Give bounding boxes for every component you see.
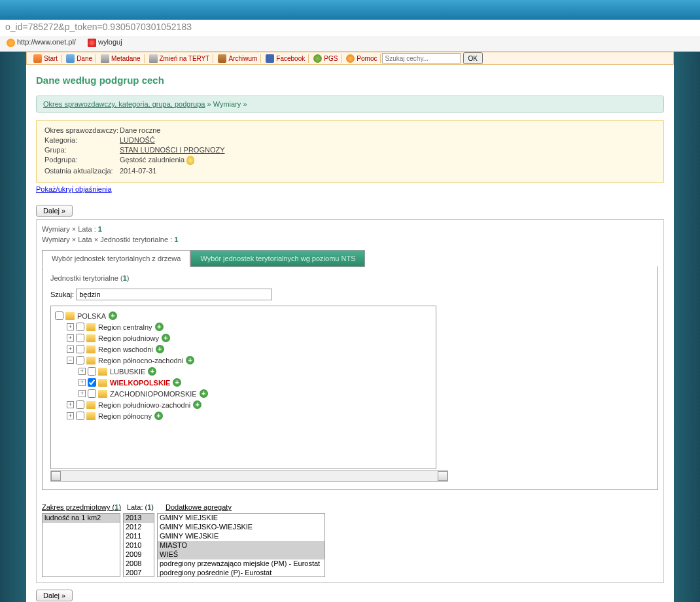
next-button-top[interactable]: Dalej » [36, 205, 73, 217]
list-item[interactable]: 2010 [124, 541, 154, 550]
tab-nts[interactable]: Wybór jednostek terytorialnych wg poziom… [190, 250, 365, 267]
add-icon[interactable]: + [156, 345, 164, 353]
toolbar-label: Metadane [111, 55, 140, 62]
info-cat-link[interactable]: LUDNOŚĆ [120, 136, 155, 144]
folder-icon [86, 401, 96, 409]
scope-listbox[interactable]: ludność na 1 km2 [42, 513, 120, 577]
expand-icon[interactable]: + [67, 345, 74, 353]
dim-line-1: Wymiary × Lata : 1 [42, 225, 658, 233]
tree-node-region[interactable]: Region wschodni [98, 345, 153, 353]
tab-tree[interactable]: Wybór jednostek terytorialnych z drzewa [42, 250, 190, 267]
tree-checkbox[interactable] [76, 323, 84, 331]
list-item[interactable]: 2009 [124, 550, 154, 559]
list-item[interactable]: GMINY MIEJSKO-WIEJSKIE [158, 523, 324, 532]
toolbar-teryt[interactable]: Zmień na TERYT [146, 54, 214, 63]
add-icon[interactable]: + [155, 323, 164, 331]
tree-node-region[interactable]: Region centralny [98, 323, 152, 331]
info-grp-label: Grupa: [44, 146, 120, 154]
add-icon[interactable]: + [186, 356, 194, 364]
add-icon[interactable]: + [162, 334, 170, 342]
years-listbox[interactable]: 20132012201120102009200820072006 [123, 513, 154, 577]
tree-checkbox[interactable] [88, 389, 96, 398]
home-icon [33, 54, 42, 63]
tree-checkbox[interactable] [88, 367, 96, 376]
list-item[interactable]: 2008 [124, 559, 154, 569]
search-input[interactable] [382, 53, 461, 63]
expand-icon[interactable]: + [67, 323, 74, 330]
collapse-icon[interactable]: − [67, 357, 74, 364]
aggregates-label[interactable]: Dodatkowe agregaty [166, 503, 232, 511]
tree-checkbox[interactable] [55, 311, 63, 320]
toolbar-facebook[interactable]: Facebook [262, 54, 309, 63]
list-item[interactable]: 2007 [124, 569, 154, 577]
breadcrumb-sep: » [205, 100, 213, 108]
tree-checkbox[interactable] [76, 345, 84, 353]
info-sub-label: Podgrupa: [44, 156, 120, 165]
expand-icon[interactable]: + [79, 368, 86, 375]
toolbar-label: Archiwum [228, 55, 257, 62]
tree-search-input[interactable] [76, 289, 272, 300]
toolbar-start[interactable]: Start [30, 54, 61, 63]
tree-node-voivodeship[interactable]: ZACHODNIOPOMORSKIE [110, 390, 197, 398]
tree-checkbox[interactable] [76, 334, 84, 342]
search-button[interactable]: OK [463, 52, 483, 64]
tree-checkbox[interactable] [76, 356, 84, 364]
add-icon[interactable]: + [109, 311, 117, 320]
bookmark-onet[interactable]: http://www.onet.pl/ [7, 38, 76, 47]
scope-label[interactable]: Zakres przedmiotowy (1) [42, 503, 124, 511]
toolbar-help[interactable]: Pomoc [343, 54, 381, 63]
toolbar-dane[interactable]: Dane [63, 54, 96, 63]
onet-icon [7, 39, 15, 47]
tree-checkbox[interactable] [76, 400, 84, 409]
add-icon[interactable]: + [173, 378, 181, 387]
info-grp-link[interactable]: STAN LUDNOŚCI I PROGNOZY [120, 146, 225, 154]
tree-node-polska[interactable]: POLSKA [77, 312, 106, 320]
tree-checkbox[interactable] [76, 412, 84, 420]
tree-node-region[interactable]: Region południowy [98, 334, 159, 342]
horizontal-scrollbar[interactable] [50, 470, 448, 482]
add-icon[interactable]: + [148, 367, 156, 376]
bookmarks-bar: http://www.onet.pl/ wyloguj [0, 36, 700, 52]
toolbar-archive[interactable]: Archiwum [215, 54, 261, 63]
add-icon[interactable]: + [193, 400, 201, 409]
expand-icon[interactable]: + [79, 379, 86, 386]
add-icon[interactable]: + [154, 412, 163, 420]
tree-container[interactable]: POLSKA+ +Region centralny+ +Region połud… [50, 306, 436, 469]
list-item[interactable]: WIEŚ [158, 550, 324, 559]
help-icon [346, 54, 355, 63]
list-item[interactable]: 2012 [124, 523, 154, 532]
expand-icon[interactable]: + [67, 412, 74, 419]
doc-icon [101, 54, 109, 63]
list-item[interactable]: GMINY MIEJSKIE [158, 514, 324, 523]
toolbar-pgs[interactable]: PGS [310, 54, 341, 63]
list-item[interactable]: 2013 [124, 514, 154, 523]
bulb-icon[interactable] [186, 156, 194, 165]
list-item[interactable]: podregiony pośrednie (P)- Eurostat [158, 569, 324, 577]
tree-node-region[interactable]: Region południowo-zachodni [98, 401, 190, 409]
list-item[interactable]: ludność na 1 km2 [43, 514, 120, 523]
show-hide-link[interactable]: Pokaż/ukryj objaśnienia [36, 185, 112, 193]
expand-icon[interactable]: + [67, 334, 74, 342]
list-item[interactable]: 2011 [124, 532, 154, 541]
expand-icon[interactable]: + [67, 401, 74, 408]
tree-node-voivodeship[interactable]: LUBUSKIE [110, 368, 145, 376]
dim-line-2: Wymiary × Lata × Jednostki terytorialne … [42, 236, 658, 243]
bookmark-logout[interactable]: wyloguj [88, 38, 122, 47]
list-item[interactable]: podregiony przeważająco miejskie (PM) - … [158, 559, 324, 569]
add-icon[interactable]: + [200, 389, 208, 398]
tree-checkbox[interactable] [88, 378, 96, 387]
expand-icon[interactable]: + [79, 390, 86, 397]
toolbar-metadane[interactable]: Metadane [97, 54, 144, 63]
info-period-label: Okres sprawozdawczy: [44, 126, 120, 134]
tree-node-selected[interactable]: WIELKOPOLSKIE [110, 379, 170, 387]
list-item[interactable]: MIASTO [158, 541, 324, 550]
tree-node-region[interactable]: Region północno-zachodni [98, 357, 183, 364]
aggregates-listbox[interactable]: GMINY MIEJSKIEGMINY MIEJSKO-WIEJSKIEGMIN… [157, 513, 325, 577]
next-button-bottom[interactable]: Dalej » [36, 590, 73, 601]
toolbar-label: Zmień na TERYT [160, 55, 210, 62]
pgs-icon [313, 54, 322, 63]
tree-node-region[interactable]: Region północny [98, 412, 152, 420]
info-upd-val: 2014-07-31 [120, 167, 156, 175]
breadcrumb-link[interactable]: Okres sprawozdawczy, kategoria, grupa, p… [43, 100, 205, 108]
list-item[interactable]: GMINY WIEJSKIE [158, 532, 324, 541]
